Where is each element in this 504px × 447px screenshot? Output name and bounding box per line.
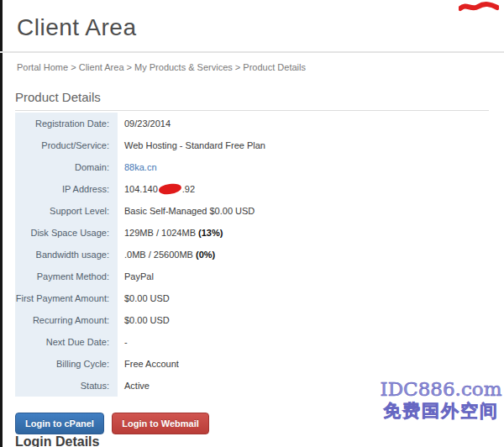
row-value: 09/23/2014 <box>118 113 489 134</box>
row-value: PayPal <box>118 266 489 287</box>
breadcrumb-separator: > <box>233 62 244 72</box>
table-row: Domain:88ka.cn <box>15 156 489 178</box>
product-details-section-title: Product Details <box>15 90 489 111</box>
value-text: 09/23/2014 <box>124 118 171 129</box>
row-label: Product/Service: <box>15 134 118 156</box>
row-label: Next Due Date: <box>15 331 118 353</box>
row-value: $0.00 USD <box>118 309 489 331</box>
table-row: Payment Method:PayPal <box>15 266 489 287</box>
row-label: Recurring Amount: <box>15 309 118 331</box>
table-row: Recurring Amount:$0.00 USD <box>15 309 489 331</box>
table-row: Support Level:Basic Self-Managed $0.00 U… <box>15 200 489 222</box>
value-text: (0%) <box>196 250 215 260</box>
breadcrumb: Portal Home > Client Area > My Products … <box>17 62 306 72</box>
redaction-scribble-top-right <box>459 2 499 12</box>
value-text: - <box>124 337 128 347</box>
table-row: Bandwidth usage:.0MB / 25600MB (0%) <box>15 244 489 266</box>
table-row: Billing Cycle:Free Account <box>15 353 489 375</box>
row-value: - <box>118 331 489 353</box>
row-value: Free Account <box>118 353 489 375</box>
login-details-section-title: Login Details <box>15 434 99 447</box>
breadcrumb-item: Product Details <box>243 62 306 72</box>
ip-redaction-blob <box>158 183 181 196</box>
product-details-table: Registration Date:09/23/2014Product/Serv… <box>15 113 489 397</box>
row-label: IP Address: <box>15 178 118 200</box>
row-label: Bandwidth usage: <box>15 244 118 266</box>
table-row: Disk Space Usage:129MB / 1024MB (13%) <box>15 222 489 244</box>
page-title: Client Area <box>17 13 136 42</box>
row-value: .0MB / 25600MB (0%) <box>118 244 489 266</box>
row-value: 129MB / 1024MB (13%) <box>118 222 489 244</box>
value-text: .0MB / 25600MB <box>124 250 196 260</box>
breadcrumb-item[interactable]: Portal Home <box>17 62 68 72</box>
screenshot-left-border <box>0 0 3 447</box>
value-text: PayPal <box>124 271 154 281</box>
row-value: Basic Self-Managed $0.00 USD <box>118 200 489 222</box>
row-value: 88ka.cn <box>118 156 489 178</box>
value-text: Web Hosting - Standard Free Plan <box>124 140 265 150</box>
value-text: 129MB / 1024MB <box>124 228 198 238</box>
row-label: Payment Method: <box>15 266 118 287</box>
value-text: 104.140 <box>124 184 158 194</box>
row-value: $0.00 USD <box>118 287 489 309</box>
breadcrumb-item[interactable]: My Products & Services <box>134 62 233 72</box>
table-row: Registration Date:09/23/2014 <box>15 113 489 134</box>
action-buttons: Login to cPanel Login to Webmail <box>15 413 213 434</box>
row-label: Domain: <box>15 156 118 178</box>
table-row: Next Due Date:- <box>15 331 489 353</box>
value-text: Basic Self-Managed $0.00 USD <box>124 206 255 216</box>
breadcrumb-item[interactable]: Client Area <box>79 62 124 72</box>
value-text: .92 <box>182 184 195 194</box>
row-label: First Payment Amount: <box>15 287 118 309</box>
row-label: Status: <box>15 375 118 397</box>
row-value: 104.140.92 <box>118 178 489 200</box>
row-value: Web Hosting - Standard Free Plan <box>118 134 489 156</box>
value-text: Free Account <box>124 359 179 369</box>
breadcrumb-separator: > <box>124 62 135 72</box>
header-divider <box>0 51 504 53</box>
value-text: Active <box>124 381 150 391</box>
watermark-slogan: 免费国外空间 <box>380 400 502 423</box>
login-to-cpanel-button[interactable]: Login to cPanel <box>15 413 104 434</box>
row-label: Registration Date: <box>15 113 118 134</box>
value-text: $0.00 USD <box>124 293 170 303</box>
value-text: (13%) <box>198 228 223 238</box>
breadcrumb-separator: > <box>68 62 79 72</box>
table-row: IP Address:104.140.92 <box>15 178 489 200</box>
watermark: IDC886.com 免费国外空间 <box>380 378 502 423</box>
login-to-webmail-button[interactable]: Login to Webmail <box>112 413 208 434</box>
table-row: First Payment Amount:$0.00 USD <box>15 287 489 309</box>
watermark-site-name: IDC886.com <box>380 378 502 400</box>
row-label: Disk Space Usage: <box>15 222 118 244</box>
domain-link[interactable]: 88ka.cn <box>124 162 157 172</box>
table-row: Product/Service:Web Hosting - Standard F… <box>15 134 489 156</box>
row-label: Billing Cycle: <box>15 353 118 375</box>
row-label: Support Level: <box>15 200 118 222</box>
value-text: $0.00 USD <box>124 315 170 325</box>
